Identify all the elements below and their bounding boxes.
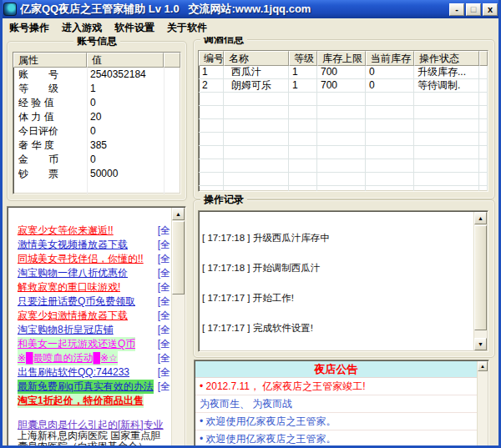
scroll-up-icon[interactable]: ▲ bbox=[478, 361, 488, 371]
column-header-name[interactable]: 名称 bbox=[224, 51, 289, 66]
column-header-level[interactable]: 等级 bbox=[289, 51, 317, 66]
ad-link[interactable]: 寂寞少妇激情播放器下载 bbox=[18, 309, 128, 323]
scroll-up-icon[interactable]: ▲ bbox=[172, 208, 185, 220]
ad-link[interactable]: 最新免费刷q币真实有效的办法 bbox=[18, 380, 154, 394]
cell-level: 1 bbox=[289, 66, 317, 79]
column-divider bbox=[87, 68, 88, 194]
ad-suffix: [全 bbox=[156, 337, 170, 351]
table-row[interactable]: 1 西瓜汁 1 700 0 升级库存... bbox=[199, 66, 488, 79]
cell-stockmax: 700 bbox=[317, 66, 366, 79]
ad-suffix: [全 bbox=[156, 280, 170, 294]
attr-value: 1 bbox=[90, 82, 180, 96]
ad-link[interactable]: 淘宝购物一律八折优惠价 bbox=[18, 266, 128, 280]
column-header-stockmax[interactable]: 库存上限 bbox=[317, 51, 366, 66]
menu-item-account[interactable]: 账号操作 bbox=[9, 21, 49, 35]
table-row[interactable]: 钞 票50000 bbox=[13, 167, 180, 181]
scrollbar-thumb[interactable] bbox=[474, 225, 487, 330]
cell-id: 1 bbox=[199, 66, 224, 79]
ad-link[interactable]: 解救寂寞的重口味游戏! bbox=[18, 280, 120, 294]
list-item: 寂寞少女等你来邂逅!![全 bbox=[9, 224, 170, 238]
log-line: [ 17:17:17 ] 开始工作! bbox=[202, 293, 473, 303]
notice-title: 夜店公告 bbox=[195, 361, 477, 378]
minimize-button[interactable]: - bbox=[449, 3, 464, 16]
list-item: 激情美女视频播放器下载[全 bbox=[9, 238, 170, 252]
column-header-filler bbox=[479, 51, 488, 66]
table-row[interactable]: 金 币0 bbox=[13, 153, 180, 167]
column-header-value[interactable]: 值 bbox=[87, 53, 164, 68]
account-table-body: 账 号2540352184 等 级1 经 验 值0 体 力 值20 今日评价0 … bbox=[13, 68, 180, 181]
table-row[interactable]: 奢 华 度385 bbox=[13, 138, 180, 153]
empty-row bbox=[199, 133, 488, 146]
ad-link[interactable]: 激情美女视频播放器下载 bbox=[18, 238, 128, 252]
table-row[interactable]: 账 号2540352184 bbox=[13, 68, 180, 82]
attr-value: 0 bbox=[90, 124, 180, 138]
log-box: [ 17:17:18 ] 升级西瓜汁库存中 [ 17:17:18 ] 开始调制西… bbox=[198, 210, 488, 352]
log-line: [ 17:17:18 ] 升级西瓜汁库存中 bbox=[202, 233, 473, 243]
menu-item-about[interactable]: 关于软件 bbox=[167, 21, 207, 35]
table-row[interactable]: 等 级1 bbox=[13, 82, 180, 96]
ad-link[interactable]: 同城美女寻找伴侣，你懂的!! bbox=[18, 252, 144, 266]
log-line: [ 17:17:18 ] 开始调制西瓜汁 bbox=[202, 263, 473, 273]
cell-status: 等待调制. bbox=[414, 79, 479, 93]
ad-scrollbar[interactable]: ▲ bbox=[171, 208, 185, 445]
attr-value: 0 bbox=[90, 96, 180, 110]
title-bar[interactable]: 亿家QQ夜店之王管家辅助 Lv 1.0 交流网站:www.1jqq.com - … bbox=[0, 0, 501, 18]
empty-row bbox=[199, 119, 488, 133]
attr-value: 50000 bbox=[90, 167, 180, 181]
scrollbar-thumb[interactable] bbox=[172, 221, 185, 294]
ad-link[interactable]: 和美女一起玩游戏还送Q币 bbox=[18, 337, 135, 351]
ad-suffix: [全 bbox=[156, 294, 170, 309]
attr-label: 等 级 bbox=[18, 82, 90, 96]
account-table-header: 属性 值 bbox=[13, 53, 180, 68]
ad-link[interactable]: 只要注册话费Q币免费领取 bbox=[18, 294, 135, 309]
window-controls: - □ x bbox=[449, 3, 498, 16]
medical-ad: 胆囊息肉是什么引起的[新科]专业 上海新科息肉病医院 国家重点胆囊息肉医院（白求… bbox=[9, 419, 170, 445]
list-item: 淘宝购物8折皇冠店铺[全 bbox=[9, 323, 170, 337]
empty-row bbox=[199, 159, 488, 173]
scroll-up-icon[interactable]: ▲ bbox=[474, 212, 487, 224]
cell-stockmax: 700 bbox=[317, 79, 366, 93]
attr-value: 20 bbox=[90, 110, 180, 124]
table-row[interactable]: 2 朗姆可乐 1 700 0 等待调制. bbox=[199, 79, 488, 93]
ad-suffix: [全 bbox=[156, 238, 170, 252]
ad-link[interactable]: 淘宝1折起价，特价商品出售 bbox=[18, 394, 144, 408]
table-row[interactable]: 今日评价0 bbox=[13, 124, 180, 138]
column-header-stocknow[interactable]: 当前库存 bbox=[366, 51, 414, 66]
menu-item-entergame[interactable]: 进入游戏 bbox=[62, 21, 102, 35]
drinks-info-group: 调酒信息 编号 名称 等级 库存上限 当前库存 操作状态 1 西瓜汁 1 700… bbox=[193, 39, 495, 199]
ad-link[interactable]: 淘宝购物8折皇冠店铺 bbox=[18, 323, 114, 337]
column-header-attribute[interactable]: 属性 bbox=[13, 53, 87, 68]
scroll-down-icon[interactable]: ▼ bbox=[474, 338, 487, 350]
cell-filler bbox=[479, 79, 488, 93]
medical-ad-text: 上海新科息肉病医院 国家重点胆囊息肉医院（白求恩基金会） bbox=[18, 430, 167, 445]
ad-link[interactable]: ※█最喷血的活动█※☆ bbox=[18, 351, 118, 365]
close-button[interactable]: x bbox=[483, 3, 498, 16]
ad-suffix: [全 bbox=[156, 252, 170, 266]
attr-label: 经 验 值 bbox=[18, 96, 90, 110]
table-row[interactable]: 体 力 值20 bbox=[13, 110, 180, 124]
empty-row bbox=[199, 106, 488, 119]
table-row[interactable]: 经 验 值0 bbox=[13, 96, 180, 110]
drinks-table: 编号 名称 等级 库存上限 当前库存 操作状态 1 西瓜汁 1 700 0 升级… bbox=[198, 50, 488, 192]
app-icon bbox=[3, 3, 17, 16]
menu-item-settings[interactable]: 软件设置 bbox=[114, 21, 154, 35]
log-lines: [ 17:17:18 ] 升级西瓜汁库存中 [ 17:17:18 ] 开始调制西… bbox=[202, 213, 473, 351]
column-header-id[interactable]: 编号 bbox=[199, 51, 224, 66]
attr-value: 385 bbox=[90, 138, 180, 153]
column-header-status[interactable]: 操作状态 bbox=[414, 51, 479, 66]
notice-item: • 欢迎使用亿家夜店之王管家。 bbox=[195, 430, 477, 445]
cell-name: 西瓜汁 bbox=[224, 66, 289, 79]
ad-link[interactable]: 寂寞少女等你来邂逅!! bbox=[18, 224, 114, 238]
maximize-button[interactable]: □ bbox=[466, 3, 481, 16]
log-scrollbar[interactable]: ▲ ▼ bbox=[473, 212, 487, 350]
app-window: 亿家QQ夜店之王管家辅助 Lv 1.0 交流网站:www.1jqq.com - … bbox=[0, 0, 501, 448]
drinks-table-header: 编号 名称 等级 库存上限 当前库存 操作状态 bbox=[199, 51, 488, 66]
empty-row bbox=[199, 93, 488, 106]
notice-scrollbar[interactable]: ▲ bbox=[477, 361, 488, 445]
medical-ad-link[interactable]: 胆囊息肉是什么引起的[新科]专业 bbox=[18, 419, 167, 430]
ad-link[interactable]: 出售刷钻软件QQ:744233 bbox=[18, 365, 129, 380]
attr-label: 金 币 bbox=[18, 153, 90, 167]
list-item: 只要注册话费Q币免费领取[全 bbox=[9, 294, 170, 309]
ad-suffix: [全 bbox=[156, 309, 170, 323]
column-header-filler bbox=[164, 53, 180, 68]
